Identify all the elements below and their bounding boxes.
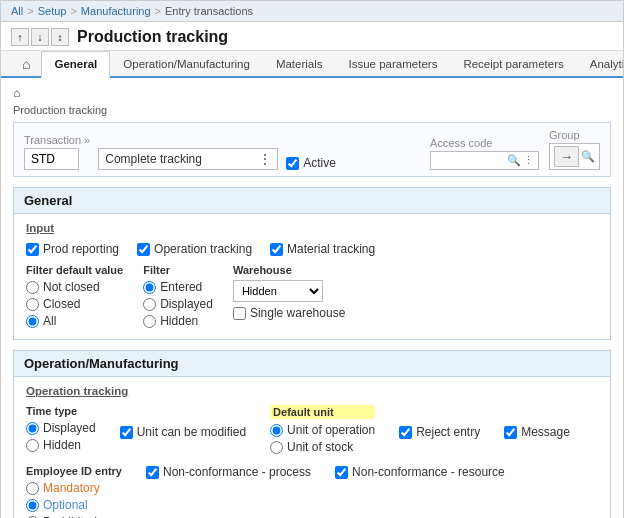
title-bar: ↑ ↓ ↕ Production tracking — [1, 22, 623, 51]
filter-default-label: Filter default value — [26, 264, 123, 276]
filter-displayed-radio[interactable] — [143, 298, 156, 311]
time-hidden[interactable]: Hidden — [26, 438, 96, 452]
filter-closed-radio[interactable] — [26, 298, 39, 311]
transaction-input[interactable] — [24, 148, 79, 170]
filter-hidden-radio[interactable] — [143, 315, 156, 328]
active-checkbox[interactable] — [286, 157, 299, 170]
material-tracking-label: Material tracking — [287, 242, 375, 256]
group-label: Group — [549, 129, 600, 141]
message-item[interactable]: Message — [504, 425, 570, 439]
tab-navigation: ⌂ General Operation/Manufacturing Materi… — [1, 51, 623, 78]
filter-label: Filter — [143, 264, 213, 276]
prod-reporting-checkbox[interactable] — [26, 243, 39, 256]
unit-modified-item[interactable]: Unit can be modified — [120, 425, 246, 439]
transaction-block: Transaction » Complete tracking ⋮ Active… — [13, 122, 611, 177]
time-displayed[interactable]: Displayed — [26, 421, 96, 435]
input-subtitle: Input — [26, 222, 598, 234]
non-conf-resource-checkbox[interactable] — [335, 466, 348, 479]
time-type-col: Time type Displayed Hidden — [26, 405, 96, 455]
filter-all[interactable]: All — [26, 314, 123, 328]
non-conf-process-checkbox[interactable] — [146, 466, 159, 479]
breadcrumb-current: Entry transactions — [165, 5, 253, 17]
material-tracking-item[interactable]: Material tracking — [270, 242, 375, 256]
employee-optional-radio[interactable] — [26, 499, 39, 512]
unit-operation-radio[interactable] — [270, 424, 283, 437]
operation-subtitle: Operation tracking — [26, 385, 598, 397]
breadcrumb-all[interactable]: All — [11, 5, 23, 17]
tab-general[interactable]: General — [41, 51, 110, 78]
access-code-input-wrapper: 🔍 ⋮ — [430, 151, 539, 170]
breadcrumb-manufacturing[interactable]: Manufacturing — [81, 5, 151, 17]
single-warehouse-label: Single warehouse — [250, 306, 345, 320]
home-icon[interactable]: ⌂ — [13, 86, 20, 100]
unit-modified-checkbox[interactable] — [120, 426, 133, 439]
search-icon[interactable]: 🔍 — [507, 154, 521, 167]
tab-operation[interactable]: Operation/Manufacturing — [110, 51, 263, 76]
operation-tracking-label: Operation tracking — [154, 242, 252, 256]
filter-all-radio[interactable] — [26, 315, 39, 328]
message-col: Message — [504, 405, 570, 439]
default-unit-label: Default unit — [270, 405, 375, 419]
dropdown-icon: ⋮ — [259, 152, 271, 166]
tab-materials[interactable]: Materials — [263, 51, 336, 76]
filter-hidden[interactable]: Hidden — [143, 314, 213, 328]
group-arrow-button[interactable]: → — [554, 146, 579, 167]
access-code-input[interactable] — [435, 155, 505, 167]
time-displayed-radio[interactable] — [26, 422, 39, 435]
tracking-dropdown[interactable]: Complete tracking ⋮ — [98, 148, 278, 170]
operation-tracking-checkbox[interactable] — [137, 243, 150, 256]
general-section-inner: Input Prod reporting Operation tracking … — [14, 214, 610, 339]
non-conf-process-item[interactable]: Non-conformance - process — [146, 465, 311, 479]
checkboxes-row: Prod reporting Operation tracking Materi… — [26, 242, 598, 256]
page-title: Production tracking — [77, 28, 228, 46]
employee-optional-label: Optional — [43, 498, 88, 512]
employee-id-col: Employee ID entry Mandatory Optional Pro… — [26, 465, 122, 518]
filter-row: Filter default value Not closed Closed A… — [26, 264, 598, 331]
prod-reporting-label: Prod reporting — [43, 242, 119, 256]
material-tracking-checkbox[interactable] — [270, 243, 283, 256]
tab-home[interactable]: ⌂ — [11, 51, 41, 76]
general-section-title: General — [14, 188, 610, 214]
filter-entered[interactable]: Entered — [143, 280, 213, 294]
reject-entry-item[interactable]: Reject entry — [399, 425, 480, 439]
message-checkbox[interactable] — [504, 426, 517, 439]
nav-up-button[interactable]: ↑ — [11, 28, 29, 46]
unit-modified-label: Unit can be modified — [137, 425, 246, 439]
home-icon-row: ⌂ — [13, 86, 611, 100]
employee-mandatory[interactable]: Mandatory — [26, 481, 122, 495]
filter-not-closed[interactable]: Not closed — [26, 280, 123, 294]
tab-issue[interactable]: Issue parameters — [336, 51, 451, 76]
single-warehouse-checkbox[interactable] — [233, 307, 246, 320]
unit-of-operation[interactable]: Unit of operation — [270, 423, 375, 437]
production-tracking-label: Production tracking — [13, 104, 611, 116]
operation-section: Operation/Manufacturing Operation tracki… — [13, 350, 611, 518]
nav-arrows: ↑ ↓ ↕ — [11, 28, 69, 46]
breadcrumb-setup[interactable]: Setup — [38, 5, 67, 17]
tab-analytical[interactable]: Analytical — [577, 51, 624, 76]
message-label: Message — [521, 425, 570, 439]
group-search-icon[interactable]: 🔍 — [581, 150, 595, 163]
warehouse-select[interactable]: Hidden Shown Required — [233, 280, 323, 302]
time-hidden-radio[interactable] — [26, 439, 39, 452]
nav-down-button[interactable]: ↓ — [31, 28, 49, 46]
filter-not-closed-radio[interactable] — [26, 281, 39, 294]
general-section: General Input Prod reporting Operation t… — [13, 187, 611, 340]
filter-displayed[interactable]: Displayed — [143, 297, 213, 311]
employee-mandatory-radio[interactable] — [26, 482, 39, 495]
non-conf-resource-item[interactable]: Non-conformance - resource — [335, 465, 505, 479]
tab-receipt[interactable]: Receipt parameters — [450, 51, 576, 76]
unit-stock-radio[interactable] — [270, 441, 283, 454]
operation-section-inner: Operation tracking Time type Displayed H… — [14, 377, 610, 518]
operation-tracking-item[interactable]: Operation tracking — [137, 242, 252, 256]
filter-closed[interactable]: Closed — [26, 297, 123, 311]
access-code-options-icon[interactable]: ⋮ — [523, 154, 534, 167]
reject-entry-checkbox[interactable] — [399, 426, 412, 439]
unit-of-stock[interactable]: Unit of stock — [270, 440, 375, 454]
prod-reporting-item[interactable]: Prod reporting — [26, 242, 119, 256]
nav-sort-button[interactable]: ↕ — [51, 28, 69, 46]
employee-optional[interactable]: Optional — [26, 498, 122, 512]
employee-id-label: Employee ID entry — [26, 465, 122, 477]
reject-entry-col: Reject entry — [399, 405, 480, 439]
filter-entered-radio[interactable] — [143, 281, 156, 294]
non-conf-process-col: Non-conformance - process — [146, 465, 311, 479]
